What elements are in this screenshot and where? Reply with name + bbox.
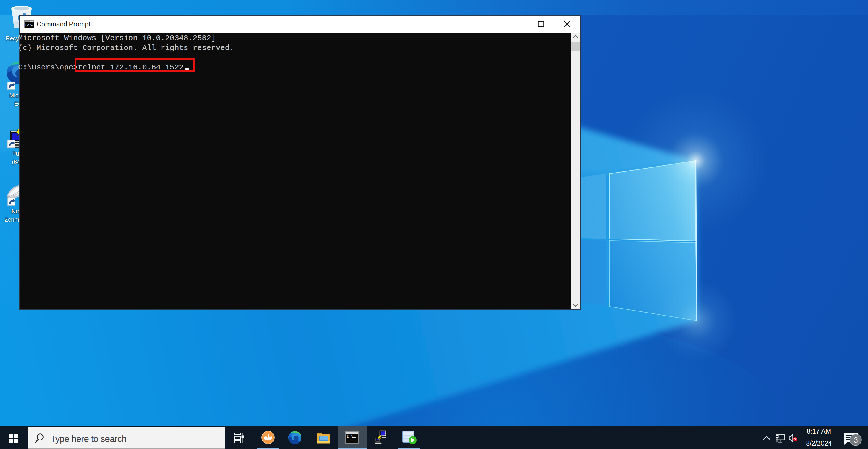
svg-text:C:\: C:\: [26, 23, 32, 27]
svg-text:8:17 AM: 8:17 AM: [807, 428, 831, 435]
svg-text:3: 3: [854, 436, 858, 444]
svg-text:8/2/2024: 8/2/2024: [806, 440, 832, 447]
